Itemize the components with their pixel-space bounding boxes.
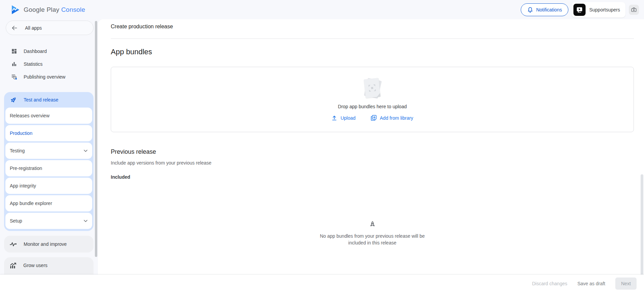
discard-changes-button[interactable]: Discard changes bbox=[532, 281, 567, 286]
sidebar-item-testing[interactable]: Testing bbox=[5, 143, 92, 159]
next-button[interactable]: Next bbox=[615, 278, 637, 290]
sidebar-item-monitor-and-improve[interactable]: Monitor and improve bbox=[4, 236, 94, 253]
sidebar-item-statistics[interactable]: Statistics bbox=[0, 58, 94, 70]
rocket-outline-icon bbox=[369, 224, 376, 229]
rocket-icon bbox=[10, 96, 17, 104]
upload-button[interactable]: Upload bbox=[331, 115, 355, 121]
briefcase-icon[interactable] bbox=[629, 5, 639, 15]
item-label: Production bbox=[10, 130, 32, 136]
account-chip[interactable]: Supportsupers bbox=[572, 2, 625, 18]
sidebar-item-publishing-overview[interactable]: Publishing overview bbox=[0, 70, 94, 83]
previous-release-heading: Previous release bbox=[111, 148, 156, 155]
chevron-down-icon bbox=[84, 150, 87, 152]
upload-label: Upload bbox=[340, 115, 355, 121]
grow-users-icon bbox=[10, 263, 17, 269]
release-footer-bar: Discard changes Save as draft Next bbox=[0, 274, 644, 292]
save-as-draft-button[interactable]: Save as draft bbox=[577, 281, 606, 286]
sidebar-item-test-and-release[interactable]: Test and release bbox=[4, 92, 94, 108]
app-header: Google Play Console Notifications S bbox=[0, 0, 644, 19]
app-bundle-dropzone[interactable]: Drop app bundles here to upload Upload bbox=[111, 67, 634, 132]
item-label: Pre-registration bbox=[10, 166, 42, 171]
sidebar-item-production[interactable]: Production bbox=[5, 125, 92, 141]
main-scrollbar[interactable] bbox=[641, 174, 643, 275]
page-title: Create production release bbox=[111, 24, 173, 30]
drop-hint-text: Drop app bundles here to upload bbox=[338, 104, 407, 109]
library-add-icon bbox=[370, 115, 377, 121]
pulse-icon bbox=[10, 242, 17, 246]
previous-release-subtitle: Include app versions from your previous … bbox=[111, 160, 211, 166]
item-label: App bundle explorer bbox=[10, 201, 52, 206]
add-from-library-label: Add from library bbox=[380, 115, 413, 121]
included-label: Included bbox=[111, 174, 130, 180]
sidebar-item-app-bundle-explorer[interactable]: App bundle explorer bbox=[5, 195, 92, 211]
sidebar: All apps Dashboard Statistics bbox=[0, 19, 98, 292]
statistics-icon bbox=[11, 61, 17, 67]
google-play-console-logo[interactable]: Google Play Console bbox=[11, 0, 85, 19]
sidebar-item-label: Dashboard bbox=[24, 49, 47, 54]
empty-text-line2: included in this release bbox=[111, 239, 634, 246]
test-and-release-section: Test and release Releases overview Produ… bbox=[4, 92, 94, 231]
empty-text-line1: No app bundles from your previous releas… bbox=[111, 233, 634, 239]
main-panel: Create production release App bundles Dr… bbox=[98, 19, 644, 292]
sidebar-item-label: Statistics bbox=[24, 61, 43, 67]
app-bundle-papers-icon bbox=[362, 78, 383, 99]
notifications-button[interactable]: Notifications bbox=[521, 3, 568, 16]
play-logo-icon bbox=[11, 5, 20, 14]
bell-icon bbox=[527, 7, 533, 13]
account-name: Supportsupers bbox=[589, 7, 620, 12]
sidebar-item-app-integrity[interactable]: App integrity bbox=[5, 178, 92, 194]
divider bbox=[111, 38, 634, 39]
brand-text: Google Play Console bbox=[24, 6, 85, 13]
app-bundles-heading: App bundles bbox=[111, 48, 152, 56]
avatar bbox=[573, 4, 586, 16]
dashboard-icon bbox=[11, 48, 17, 54]
previous-release-empty-state: No app bundles from your previous releas… bbox=[111, 221, 634, 246]
grow-users-label: Grow users bbox=[23, 263, 48, 268]
upload-icon bbox=[331, 115, 337, 121]
sidebar-item-releases-overview[interactable]: Releases overview bbox=[5, 108, 92, 124]
item-label: Releases overview bbox=[10, 113, 50, 118]
test-and-release-label: Test and release bbox=[24, 97, 58, 103]
sidebar-item-setup[interactable]: Setup bbox=[5, 213, 92, 229]
back-arrow-icon bbox=[11, 25, 18, 31]
chevron-down-icon bbox=[84, 220, 87, 222]
item-label: Testing bbox=[10, 148, 25, 153]
notifications-label: Notifications bbox=[536, 7, 562, 12]
publishing-overview-icon bbox=[11, 74, 17, 80]
sidebar-item-label: Publishing overview bbox=[24, 74, 66, 80]
add-from-library-button[interactable]: Add from library bbox=[370, 115, 413, 121]
item-label: App integrity bbox=[10, 183, 36, 188]
sidebar-item-dashboard[interactable]: Dashboard bbox=[0, 45, 94, 58]
all-apps-label: All apps bbox=[25, 25, 42, 31]
item-label: Setup bbox=[10, 218, 22, 224]
monitor-and-improve-label: Monitor and improve bbox=[24, 241, 67, 247]
sidebar-item-pre-registration[interactable]: Pre-registration bbox=[5, 160, 92, 176]
sidebar-scrollbar[interactable] bbox=[95, 21, 97, 257]
all-apps-back-button[interactable]: All apps bbox=[6, 21, 94, 35]
